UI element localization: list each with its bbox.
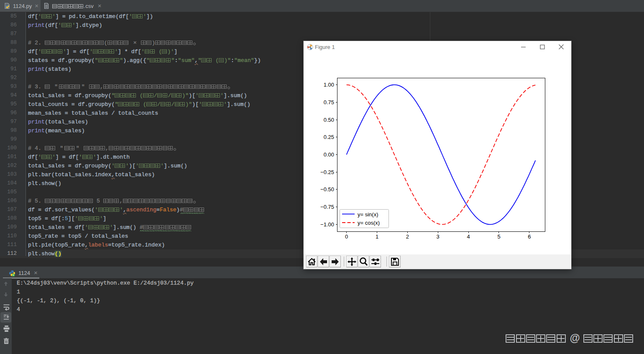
svg-text:y= cos(x): y= cos(x) xyxy=(358,220,380,226)
svg-text:−0.25: −0.25 xyxy=(320,169,334,175)
svg-text:−0.50: −0.50 xyxy=(320,186,334,192)
svg-text:6: 6 xyxy=(528,233,531,240)
svg-text:0.75: 0.75 xyxy=(324,99,334,105)
svg-text:1.00: 1.00 xyxy=(324,82,334,88)
svg-text:2: 2 xyxy=(406,233,409,240)
svg-text:0.00: 0.00 xyxy=(324,151,334,158)
svg-text:4: 4 xyxy=(467,233,470,240)
svg-text:y= sin(x): y= sin(x) xyxy=(358,211,378,218)
svg-text:−0.75: −0.75 xyxy=(320,204,334,210)
svg-text:0: 0 xyxy=(345,233,348,240)
svg-text:−1.00: −1.00 xyxy=(320,221,334,228)
svg-text:1: 1 xyxy=(376,233,378,240)
svg-text:0.25: 0.25 xyxy=(324,134,334,140)
svg-text:3: 3 xyxy=(437,233,440,240)
svg-text:0.50: 0.50 xyxy=(324,117,334,123)
svg-text:5: 5 xyxy=(497,233,500,240)
